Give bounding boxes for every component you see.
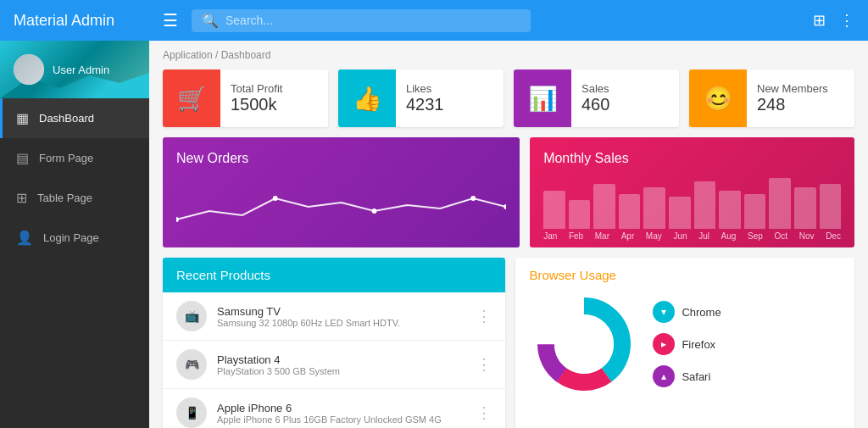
brand-title: Material Admin xyxy=(14,12,163,30)
stat-card-total-profit: 🛒 Total Profit 1500k xyxy=(163,69,328,127)
monthly-sales-title: Monthly Sales xyxy=(543,151,841,166)
product-desc-samsung: Samsung 32 1080p 60Hz LED Smart HDTV. xyxy=(217,318,466,328)
bottom-row: Recent Products 📺 Samsung TV Samsung 32 … xyxy=(149,258,868,428)
charts-row: New Orders Monthly Sales JanFebMarAp xyxy=(149,137,868,258)
total-profit-icon: 🛒 xyxy=(163,69,220,127)
month-label: Sep xyxy=(748,231,763,241)
breadcrumb: Application / Dashboard xyxy=(149,41,868,69)
avatar-image xyxy=(14,54,44,85)
svg-point-3 xyxy=(470,196,476,201)
month-label: Jun xyxy=(673,231,687,241)
sales-value: 460 xyxy=(581,95,609,114)
product-desc-iphone: Apple iPhone 6 Plus 16GB Factory Unlocke… xyxy=(217,414,466,425)
recent-products-header: Recent Products xyxy=(163,258,505,292)
new-orders-line-chart xyxy=(176,173,506,232)
monthly-bar xyxy=(669,197,691,229)
sidebar-item-label: DashBoard xyxy=(39,112,94,125)
sidebar-item-label: Form Page xyxy=(39,152,93,164)
form-icon: ▤ xyxy=(16,150,29,166)
sidebar-item-login[interactable]: 👤 Login Page xyxy=(0,218,149,258)
firefox-dot: ▸ xyxy=(653,333,675,355)
month-label: Jan xyxy=(543,231,557,241)
sidebar-item-label: Login Page xyxy=(43,231,99,244)
product-more-icon-ps4[interactable]: ⋮ xyxy=(476,355,492,374)
new-members-icon: 😊 xyxy=(689,69,747,127)
product-icon-iphone: 📱 xyxy=(176,397,207,428)
likes-icon: 👍 xyxy=(338,69,396,127)
svg-point-4 xyxy=(504,204,506,209)
monthly-bar xyxy=(643,187,665,229)
legend-item-firefox: ▸ Firefox xyxy=(653,333,721,355)
recent-products-card: Recent Products 📺 Samsung TV Samsung 32 … xyxy=(163,258,505,428)
product-name-iphone: Apple iPhone 6 xyxy=(217,402,466,414)
stat-card-likes: 👍 Likes 4231 xyxy=(338,69,504,127)
safari-label: Safari xyxy=(682,370,710,383)
search-bar: 🔍 xyxy=(192,9,531,32)
menu-icon[interactable]: ☰ xyxy=(163,10,178,31)
svg-point-0 xyxy=(176,217,179,222)
sales-icon: 📊 xyxy=(514,69,571,127)
dashboard-icon: ▦ xyxy=(16,110,29,126)
monthly-bar xyxy=(769,178,791,229)
browser-usage-content: ▾ Chrome ▸ Firefox ▴ Safari xyxy=(529,289,841,399)
safari-dot: ▴ xyxy=(653,365,675,387)
sidebar-nav: ▦ DashBoard ▤ Form Page ⊞ Table Page 👤 L… xyxy=(0,98,149,428)
product-more-icon[interactable]: ⋮ xyxy=(476,307,492,325)
stat-card-new-members: 😊 New Members 248 xyxy=(689,69,854,127)
month-label: Dec xyxy=(826,231,841,241)
svg-point-1 xyxy=(273,196,278,201)
monthly-bar xyxy=(619,194,641,229)
new-members-label: New Members xyxy=(757,82,828,95)
month-label: Mar xyxy=(595,231,609,241)
firefox-label: Firefox xyxy=(682,338,715,351)
main-content: Application / Dashboard 🛒 Total Profit 1… xyxy=(149,41,868,428)
likes-label: Likes xyxy=(406,82,444,95)
sidebar-username: User Admin xyxy=(53,64,109,76)
product-item-samsung: 📺 Samsung TV Samsung 32 1080p 60Hz LED S… xyxy=(163,292,505,341)
monthly-bar xyxy=(569,200,591,229)
sidebar-user-area: User Admin xyxy=(0,41,149,98)
browser-usage-card: Browser Usage xyxy=(515,258,854,428)
legend-item-chrome: ▾ Chrome xyxy=(653,301,721,323)
browser-legend: ▾ Chrome ▸ Firefox ▴ Safari xyxy=(653,301,721,387)
search-icon: 🔍 xyxy=(202,13,219,29)
monthly-bar xyxy=(719,191,741,229)
product-item-ps4: 🎮 Playstation 4 PlayStation 3 500 GB Sys… xyxy=(163,341,505,389)
monthly-sales-chart: Monthly Sales JanFebMarAprMayJunJulAugSe… xyxy=(530,137,854,247)
month-label: Jul xyxy=(698,231,709,241)
stat-cards-row: 🛒 Total Profit 1500k 👍 Likes 4231 📊 Sale… xyxy=(149,69,868,137)
svg-point-2 xyxy=(372,208,377,214)
topbar: Material Admin ☰ 🔍 ⊞ ⋮ xyxy=(0,0,868,41)
browser-usage-title: Browser Usage xyxy=(529,268,841,282)
search-input[interactable] xyxy=(225,14,520,27)
month-label: Nov xyxy=(799,231,815,241)
sidebar-item-form[interactable]: ▤ Form Page xyxy=(0,138,149,178)
product-more-icon-iphone[interactable]: ⋮ xyxy=(476,403,492,422)
product-icon-ps4: 🎮 xyxy=(176,349,207,380)
monthly-bar xyxy=(744,194,766,229)
product-info-iphone: Apple iPhone 6 Apple iPhone 6 Plus 16GB … xyxy=(217,402,466,425)
month-label: Oct xyxy=(774,231,787,241)
month-label: Feb xyxy=(569,231,583,241)
avatar xyxy=(14,54,44,85)
sidebar-item-dashboard[interactable]: ▦ DashBoard xyxy=(0,98,149,138)
table-icon: ⊞ xyxy=(16,190,27,206)
legend-item-safari: ▴ Safari xyxy=(653,365,721,387)
sales-label: Sales xyxy=(581,82,609,95)
svg-point-8 xyxy=(554,314,614,374)
sidebar-item-table[interactable]: ⊞ Table Page xyxy=(0,178,149,218)
sidebar: User Admin ▦ DashBoard ▤ Form Page ⊞ Tab… xyxy=(0,41,149,428)
likes-info: Likes 4231 xyxy=(396,75,454,121)
product-icon-tv: 📺 xyxy=(176,301,207,331)
product-info-ps4: Playstation 4 PlayStation 3 500 GB Syste… xyxy=(217,353,466,376)
total-profit-info: Total Profit 1500k xyxy=(220,75,292,121)
monthly-bar xyxy=(694,181,716,229)
new-members-value: 248 xyxy=(757,95,828,114)
new-orders-card: New Orders xyxy=(163,137,520,247)
apps-icon[interactable]: ⊞ xyxy=(813,11,826,30)
month-label: Aug xyxy=(721,231,737,241)
more-options-icon[interactable]: ⋮ xyxy=(839,11,854,30)
product-name-ps4: Playstation 4 xyxy=(217,353,466,366)
total-profit-label: Total Profit xyxy=(231,82,282,95)
sidebar-item-label: Table Page xyxy=(37,192,92,204)
